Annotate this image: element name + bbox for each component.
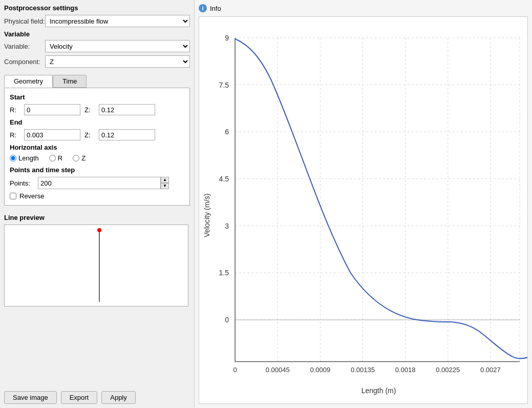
start-z-label: Z: — [84, 106, 95, 114]
reverse-row: Reverse — [10, 192, 184, 200]
axis-radio-row: Length R Z — [10, 154, 184, 162]
bottom-buttons: Save image Export Apply — [4, 387, 190, 404]
variable-row: Variable: Velocity Pressure — [4, 40, 190, 52]
axis-r-radio[interactable] — [49, 155, 56, 161]
axis-length-option[interactable]: Length — [10, 154, 39, 162]
save-image-button[interactable]: Save image — [4, 391, 57, 404]
tabs-container: Geometry Time — [4, 75, 190, 88]
points-section-title: Points and time step — [10, 166, 184, 174]
points-row: Points: ▲ ▼ — [10, 177, 184, 189]
svg-text:9: 9 — [225, 34, 229, 42]
variable-section: Variable Variable: Velocity Pressure Com… — [4, 30, 190, 71]
axis-z-label: Z — [81, 154, 86, 162]
right-panel: i Info — [195, 0, 532, 408]
axis-length-label: Length — [18, 154, 39, 162]
start-coords: R: Z: — [10, 104, 184, 115]
geometry-tab-content: Start R: Z: End R: Z: Horizontal axis Le… — [4, 88, 190, 206]
axis-z-radio[interactable] — [73, 155, 79, 161]
points-up-btn[interactable]: ▲ — [161, 177, 169, 183]
end-section-title: End — [10, 118, 184, 126]
physical-field-select[interactable]: Incompressible flow Heat transfer Struct… — [45, 15, 190, 27]
svg-text:0: 0 — [233, 366, 237, 374]
points-input-wrap: ▲ ▼ — [38, 177, 169, 189]
start-section-title: Start — [10, 93, 184, 101]
end-z-input[interactable] — [99, 129, 155, 140]
component-row: Component: Z R Total — [4, 55, 190, 68]
physical-field-label: Physical field: — [4, 17, 45, 25]
left-panel: Postprocessor settings Physical field: I… — [0, 0, 195, 408]
tab-time[interactable]: Time — [53, 75, 87, 88]
variable-label: Variable: — [4, 43, 45, 50]
start-r-label: R: — [10, 106, 20, 114]
reverse-checkbox[interactable] — [10, 193, 16, 199]
line-preview-svg — [5, 225, 188, 306]
svg-text:3: 3 — [225, 222, 229, 230]
export-button[interactable]: Export — [61, 391, 98, 404]
svg-text:0.0027: 0.0027 — [480, 366, 501, 374]
axis-z-option[interactable]: Z — [73, 154, 86, 162]
svg-text:0.00225: 0.00225 — [436, 366, 460, 374]
axis-r-label: R — [58, 154, 62, 162]
velocity-curve — [235, 39, 527, 359]
info-label: Info — [210, 5, 221, 12]
svg-text:Velocity (m/s): Velocity (m/s) — [203, 193, 211, 237]
svg-text:0.00135: 0.00135 — [351, 366, 375, 374]
variable-section-title: Variable — [4, 30, 190, 38]
svg-text:7.5: 7.5 — [219, 80, 229, 89]
tab-geometry[interactable]: Geometry — [4, 75, 53, 88]
points-spinner: ▲ ▼ — [161, 177, 169, 189]
line-preview-section: Line preview — [4, 214, 190, 307]
svg-text:Length (m): Length (m) — [361, 386, 396, 395]
axis-r-option[interactable]: R — [49, 154, 62, 162]
chart-svg: 0 1.5 3 4.5 6 7.5 9 0 0.00045 0.0009 0.0… — [199, 17, 527, 403]
points-input[interactable] — [38, 177, 161, 189]
end-r-input[interactable] — [24, 129, 80, 140]
component-label: Component: — [4, 58, 45, 66]
axis-length-radio[interactable] — [10, 155, 16, 161]
svg-text:4.5: 4.5 — [219, 175, 229, 183]
line-preview-box — [4, 225, 188, 307]
info-bar: i Info — [199, 4, 528, 12]
variable-select[interactable]: Velocity Pressure — [45, 40, 190, 52]
horizontal-axis-section: Horizontal axis Length R Z — [10, 144, 184, 162]
start-z-input[interactable] — [99, 104, 155, 115]
line-preview-title: Line preview — [4, 214, 190, 221]
points-down-btn[interactable]: ▼ — [161, 183, 169, 189]
reverse-label: Reverse — [19, 192, 44, 200]
svg-text:0.00045: 0.00045 — [266, 366, 290, 374]
svg-text:0.0009: 0.0009 — [310, 366, 330, 374]
svg-text:0.0018: 0.0018 — [395, 366, 416, 374]
end-z-label: Z: — [84, 131, 95, 139]
postprocessor-title: Postprocessor settings — [4, 4, 190, 12]
info-icon: i — [199, 4, 207, 12]
component-select[interactable]: Z R Total — [45, 55, 190, 68]
points-label: Points: — [10, 179, 38, 187]
svg-text:0: 0 — [225, 316, 229, 324]
horizontal-axis-title: Horizontal axis — [10, 144, 184, 151]
chart-area: 0 1.5 3 4.5 6 7.5 9 0 0.00045 0.0009 0.0… — [199, 16, 528, 404]
end-coords: R: Z: — [10, 129, 184, 140]
end-r-label: R: — [10, 131, 20, 139]
svg-text:1.5: 1.5 — [219, 269, 229, 277]
points-section: Points and time step Points: ▲ ▼ Reverse — [10, 166, 184, 200]
svg-text:6: 6 — [225, 128, 229, 136]
apply-button[interactable]: Apply — [101, 391, 136, 404]
svg-point-1 — [97, 228, 101, 232]
start-r-input[interactable] — [24, 104, 80, 115]
physical-field-row: Physical field: Incompressible flow Heat… — [4, 15, 190, 27]
